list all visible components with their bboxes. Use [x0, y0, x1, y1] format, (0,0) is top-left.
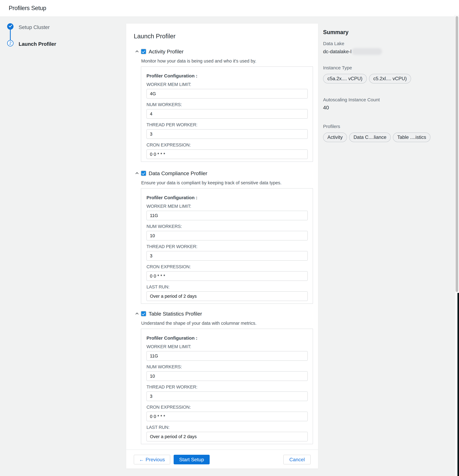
num-workers-input[interactable] — [146, 371, 308, 381]
field-cron-expression: CRON EXPRESSION: — [146, 143, 308, 159]
field-worker-mem-limit: WORKER MEM LIMIT: — [146, 204, 308, 220]
autoscaling-count-value: 40 — [323, 105, 447, 110]
section-table-statistics-profiler: Table Statistics Profiler Understand the… — [134, 310, 313, 444]
page-title: Profilers Setup — [9, 5, 46, 11]
profiler-config-box: Profiler Configuration : WORKER MEM LIMI… — [141, 188, 313, 304]
cancel-button[interactable]: Cancel — [283, 455, 311, 464]
instance-type-chip: c5.2xl.... vCPU) — [369, 74, 411, 84]
field-thread-per-worker: THREAD PER WORKER: — [146, 385, 308, 401]
field-num-workers: NUM WORKERS: — [146, 224, 308, 240]
profiler-chip: Activity — [323, 133, 347, 142]
instance-type-chips: c5a.2x.... vCPU) c5.2xl.... vCPU) — [323, 74, 447, 84]
num-workers-input[interactable] — [146, 231, 308, 240]
data-lake-label: Data Lake — [323, 41, 447, 46]
field-last-run: LAST RUN: — [146, 285, 308, 301]
worker-mem-limit-input[interactable] — [146, 351, 308, 361]
cron-expression-input[interactable] — [146, 149, 308, 159]
launch-profiler-panel: Launch Profiler Activity Profiler Monito… — [126, 24, 318, 468]
field-worker-mem-limit: WORKER MEM LIMIT: — [146, 82, 308, 99]
section-title: Data Compliance Profiler — [149, 170, 207, 176]
section-description: Ensure your data is compliant by keeping… — [141, 180, 313, 185]
stepper-connector — [10, 29, 11, 40]
previous-button[interactable]: ← Previous — [134, 455, 170, 464]
instance-type-chip: c5a.2x.... vCPU) — [323, 74, 367, 84]
section-activity-profiler: Activity Profiler Monitor how your data … — [134, 48, 313, 162]
profiler-config-box: Profiler Configuration : WORKER MEM LIMI… — [141, 66, 313, 162]
start-setup-button[interactable]: Start Setup — [174, 455, 210, 464]
field-cron-expression: CRON EXPRESSION: — [146, 264, 308, 281]
field-cron-expression: CRON EXPRESSION: — [146, 405, 308, 421]
sidebar-item-setup-cluster[interactable]: Setup Cluster — [19, 24, 50, 30]
profiler-config-box: Profiler Configuration : WORKER MEM LIMI… — [141, 329, 313, 444]
table-statistics-profiler-checkbox[interactable] — [141, 311, 146, 316]
collapse-caret-icon[interactable] — [136, 50, 139, 53]
section-title: Activity Profiler — [149, 49, 184, 55]
autoscaling-count-label: Autoscaling Instance Count — [323, 97, 447, 102]
scrollbar-thumb[interactable] — [456, 16, 458, 292]
thread-per-worker-input[interactable] — [146, 129, 308, 139]
field-last-run: LAST RUN: — [146, 425, 308, 442]
field-num-workers: NUM WORKERS: — [146, 102, 308, 119]
section-description: Understand the shape of your data with c… — [141, 321, 313, 326]
last-run-input[interactable] — [146, 432, 308, 442]
field-worker-mem-limit: WORKER MEM LIMIT: — [146, 344, 308, 361]
collapse-caret-icon[interactable] — [136, 312, 139, 315]
section-description: Monitor how your data is being used and … — [141, 58, 313, 64]
worker-mem-limit-input[interactable] — [146, 211, 308, 220]
collapse-caret-icon[interactable] — [136, 172, 139, 175]
profiler-chip: Table ....istics — [393, 133, 430, 142]
instance-type-label: Instance Type — [323, 65, 447, 70]
thread-per-worker-input[interactable] — [146, 251, 308, 261]
data-compliance-profiler-checkbox[interactable] — [141, 171, 146, 176]
data-lake-value: dc-datalake-l — [323, 49, 351, 54]
field-thread-per-worker: THREAD PER WORKER: — [146, 244, 308, 261]
config-title: Profiler Configuration : — [146, 73, 308, 78]
arrow-left-icon: ← — [139, 457, 144, 462]
profilers-label: Profilers — [323, 124, 447, 129]
section-title: Table Statistics Profiler — [149, 311, 202, 317]
step-number: 2 — [9, 41, 11, 46]
thread-per-worker-input[interactable] — [146, 391, 308, 401]
field-thread-per-worker: THREAD PER WORKER: — [146, 122, 308, 139]
step-complete-check-icon[interactable] — [7, 23, 14, 30]
field-num-workers: NUM WORKERS: — [146, 365, 308, 381]
worker-mem-limit-input[interactable] — [146, 89, 308, 99]
app-header: Profilers Setup — [0, 0, 459, 17]
summary-panel: Summary Data Lake dc-datalake-l Instance… — [323, 29, 447, 142]
last-run-input[interactable] — [146, 291, 308, 301]
step-number-circle[interactable]: 2 — [7, 40, 14, 46]
cron-expression-input[interactable] — [146, 412, 308, 421]
activity-profiler-checkbox[interactable] — [141, 49, 146, 54]
wizard-footer: ← Previous Start Setup Cancel — [126, 450, 318, 464]
summary-title: Summary — [323, 29, 447, 35]
config-title: Profiler Configuration : — [146, 195, 308, 200]
cron-expression-input[interactable] — [146, 271, 308, 281]
section-data-compliance-profiler: Data Compliance Profiler Ensure your dat… — [134, 170, 313, 304]
config-title: Profiler Configuration : — [146, 336, 308, 340]
panel-title: Launch Profiler — [134, 33, 313, 40]
redacted-value — [352, 48, 382, 55]
profiler-chip: Data C....liance — [349, 133, 391, 142]
profilers-chips: Activity Data C....liance Table ....isti… — [323, 133, 447, 142]
dark-edge-strip — [458, 293, 459, 476]
num-workers-input[interactable] — [146, 109, 308, 119]
sidebar-item-launch-profiler[interactable]: Launch Profiler — [19, 41, 56, 47]
